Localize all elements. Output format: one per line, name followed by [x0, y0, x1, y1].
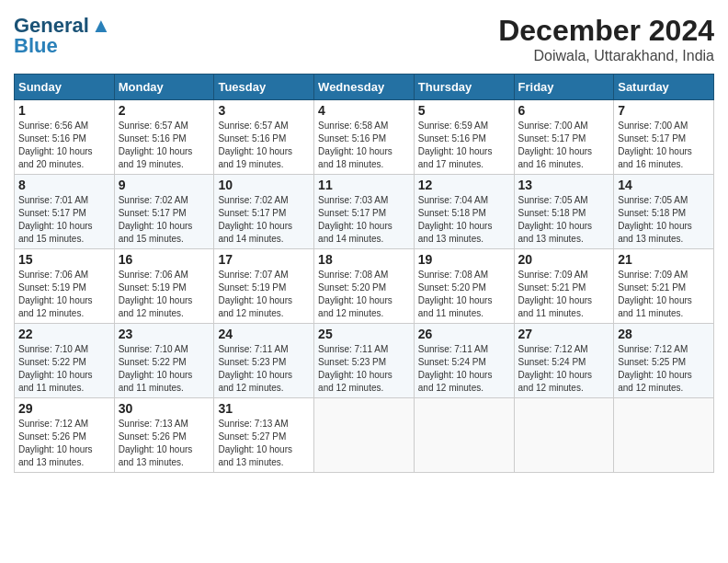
day-info: Sunrise: 7:13 AMSunset: 5:27 PMDaylight:…: [218, 419, 292, 467]
day-info: Sunrise: 6:56 AMSunset: 5:16 PMDaylight:…: [18, 121, 93, 169]
day-number: 21: [618, 252, 710, 267]
col-thursday: Thursday: [414, 75, 514, 100]
day-info: Sunrise: 7:00 AMSunset: 5:17 PMDaylight:…: [618, 121, 692, 169]
main-container: General ▲ Blue December 2024 Doiwala, Ut…: [0, 0, 728, 482]
day-number: 16: [119, 252, 210, 267]
col-friday: Friday: [514, 75, 614, 100]
day-number: 9: [119, 178, 210, 192]
day-number: 26: [418, 327, 510, 341]
day-number: 22: [18, 327, 110, 341]
calendar-cell-9: 9 Sunrise: 7:02 AMSunset: 5:17 PMDayligh…: [114, 175, 214, 249]
day-number: 25: [318, 327, 410, 341]
day-number: 12: [418, 178, 510, 192]
day-info: Sunrise: 6:58 AMSunset: 5:16 PMDaylight:…: [318, 121, 392, 169]
day-number: 24: [218, 327, 310, 341]
calendar-cell-19: 19 Sunrise: 7:08 AMSunset: 5:20 PMDaylig…: [414, 249, 514, 324]
calendar-row-2: 8 Sunrise: 7:01 AMSunset: 5:17 PMDayligh…: [15, 175, 714, 249]
calendar-cell-31: 31 Sunrise: 7:13 AMSunset: 5:27 PMDaylig…: [214, 398, 314, 473]
header-area: General ▲ Blue December 2024 Doiwala, Ut…: [14, 14, 714, 64]
calendar-cell-26: 26 Sunrise: 7:11 AMSunset: 5:24 PMDaylig…: [414, 324, 514, 398]
calendar-cell-6: 6 Sunrise: 7:00 AMSunset: 5:17 PMDayligh…: [514, 100, 614, 175]
day-info: Sunrise: 7:09 AMSunset: 5:21 PMDaylight:…: [518, 270, 593, 318]
col-wednesday: Wednesday: [314, 75, 415, 100]
calendar-cell-empty: [614, 398, 714, 473]
day-info: Sunrise: 7:10 AMSunset: 5:22 PMDaylight:…: [119, 344, 193, 393]
day-number: 27: [518, 327, 610, 341]
calendar-cell-empty: [414, 398, 514, 473]
calendar-row-4: 22 Sunrise: 7:10 AMSunset: 5:22 PMDaylig…: [15, 324, 714, 398]
day-number: 11: [318, 178, 410, 192]
day-info: Sunrise: 7:08 AMSunset: 5:20 PMDaylight:…: [318, 270, 392, 318]
calendar-cell-16: 16 Sunrise: 7:06 AMSunset: 5:19 PMDaylig…: [114, 249, 214, 324]
day-info: Sunrise: 7:05 AMSunset: 5:18 PMDaylight:…: [518, 195, 593, 244]
day-info: Sunrise: 7:04 AMSunset: 5:18 PMDaylight:…: [418, 195, 493, 244]
day-number: 20: [518, 252, 610, 267]
day-info: Sunrise: 7:06 AMSunset: 5:19 PMDaylight:…: [18, 270, 93, 318]
day-info: Sunrise: 7:12 AMSunset: 5:26 PMDaylight:…: [18, 419, 93, 467]
calendar-cell-11: 11 Sunrise: 7:03 AMSunset: 5:17 PMDaylig…: [314, 175, 415, 249]
day-info: Sunrise: 7:12 AMSunset: 5:24 PMDaylight:…: [518, 344, 593, 393]
calendar-cell-27: 27 Sunrise: 7:12 AMSunset: 5:24 PMDaylig…: [514, 324, 614, 398]
day-number: 14: [618, 178, 710, 192]
calendar-cell-5: 5 Sunrise: 6:59 AMSunset: 5:16 PMDayligh…: [414, 100, 514, 175]
day-number: 31: [218, 401, 310, 416]
day-number: 17: [218, 252, 310, 267]
day-number: 5: [418, 103, 510, 118]
day-number: 28: [618, 327, 710, 341]
col-sunday: Sunday: [15, 75, 115, 100]
title-area: December 2024 Doiwala, Uttarakhand, Indi…: [498, 14, 714, 64]
calendar-cell-12: 12 Sunrise: 7:04 AMSunset: 5:18 PMDaylig…: [414, 175, 514, 249]
col-saturday: Saturday: [614, 75, 714, 100]
calendar-cell-3: 3 Sunrise: 6:57 AMSunset: 5:16 PMDayligh…: [214, 100, 314, 175]
calendar-row-3: 15 Sunrise: 7:06 AMSunset: 5:19 PMDaylig…: [15, 249, 714, 324]
day-info: Sunrise: 7:12 AMSunset: 5:25 PMDaylight:…: [618, 344, 692, 393]
calendar-cell-1: 1 Sunrise: 6:56 AMSunset: 5:16 PMDayligh…: [15, 100, 115, 175]
day-info: Sunrise: 7:11 AMSunset: 5:23 PMDaylight:…: [218, 344, 292, 393]
day-number: 4: [318, 103, 410, 118]
day-info: Sunrise: 7:02 AMSunset: 5:17 PMDaylight:…: [119, 195, 193, 244]
calendar-cell-21: 21 Sunrise: 7:09 AMSunset: 5:21 PMDaylig…: [614, 249, 714, 324]
logo: General ▲ Blue: [14, 14, 111, 58]
calendar-cell-7: 7 Sunrise: 7:00 AMSunset: 5:17 PMDayligh…: [614, 100, 714, 175]
day-number: 30: [119, 401, 210, 416]
day-info: Sunrise: 7:02 AMSunset: 5:17 PMDaylight:…: [218, 195, 292, 244]
day-info: Sunrise: 7:05 AMSunset: 5:18 PMDaylight:…: [618, 195, 692, 244]
calendar-cell-28: 28 Sunrise: 7:12 AMSunset: 5:25 PMDaylig…: [614, 324, 714, 398]
page-subtitle: Doiwala, Uttarakhand, India: [498, 48, 714, 64]
day-info: Sunrise: 7:08 AMSunset: 5:20 PMDaylight:…: [418, 270, 493, 318]
day-number: 23: [119, 327, 210, 341]
calendar-row-1: 1 Sunrise: 6:56 AMSunset: 5:16 PMDayligh…: [15, 100, 714, 175]
day-info: Sunrise: 7:06 AMSunset: 5:19 PMDaylight:…: [119, 270, 193, 318]
calendar-cell-10: 10 Sunrise: 7:02 AMSunset: 5:17 PMDaylig…: [214, 175, 314, 249]
day-info: Sunrise: 7:11 AMSunset: 5:23 PMDaylight:…: [318, 344, 392, 393]
col-tuesday: Tuesday: [214, 75, 314, 100]
calendar-cell-24: 24 Sunrise: 7:11 AMSunset: 5:23 PMDaylig…: [214, 324, 314, 398]
calendar-table: Sunday Monday Tuesday Wednesday Thursday…: [14, 74, 714, 473]
day-info: Sunrise: 7:09 AMSunset: 5:21 PMDaylight:…: [618, 270, 692, 318]
calendar-cell-2: 2 Sunrise: 6:57 AMSunset: 5:16 PMDayligh…: [114, 100, 214, 175]
calendar-cell-13: 13 Sunrise: 7:05 AMSunset: 5:18 PMDaylig…: [514, 175, 614, 249]
calendar-cell-15: 15 Sunrise: 7:06 AMSunset: 5:19 PMDaylig…: [15, 249, 115, 324]
logo-icon: ▲: [91, 14, 111, 38]
day-number: 10: [218, 178, 310, 192]
calendar-cell-empty: [514, 398, 614, 473]
calendar-cell-empty: [314, 398, 415, 473]
calendar-row-5: 29 Sunrise: 7:12 AMSunset: 5:26 PMDaylig…: [15, 398, 714, 473]
day-number: 7: [618, 103, 710, 118]
calendar-cell-8: 8 Sunrise: 7:01 AMSunset: 5:17 PMDayligh…: [15, 175, 115, 249]
calendar-cell-18: 18 Sunrise: 7:08 AMSunset: 5:20 PMDaylig…: [314, 249, 415, 324]
calendar-cell-30: 30 Sunrise: 7:13 AMSunset: 5:26 PMDaylig…: [114, 398, 214, 473]
day-number: 19: [418, 252, 510, 267]
day-info: Sunrise: 6:57 AMSunset: 5:16 PMDaylight:…: [119, 121, 193, 169]
day-number: 6: [518, 103, 610, 118]
calendar-cell-29: 29 Sunrise: 7:12 AMSunset: 5:26 PMDaylig…: [15, 398, 115, 473]
day-info: Sunrise: 7:13 AMSunset: 5:26 PMDaylight:…: [119, 419, 193, 467]
day-number: 2: [119, 103, 210, 118]
day-info: Sunrise: 7:07 AMSunset: 5:19 PMDaylight:…: [218, 270, 292, 318]
col-monday: Monday: [114, 75, 214, 100]
day-number: 1: [18, 103, 110, 118]
day-number: 15: [18, 252, 110, 267]
calendar-cell-22: 22 Sunrise: 7:10 AMSunset: 5:22 PMDaylig…: [15, 324, 115, 398]
day-info: Sunrise: 7:03 AMSunset: 5:17 PMDaylight:…: [318, 195, 392, 244]
day-number: 8: [18, 178, 110, 192]
